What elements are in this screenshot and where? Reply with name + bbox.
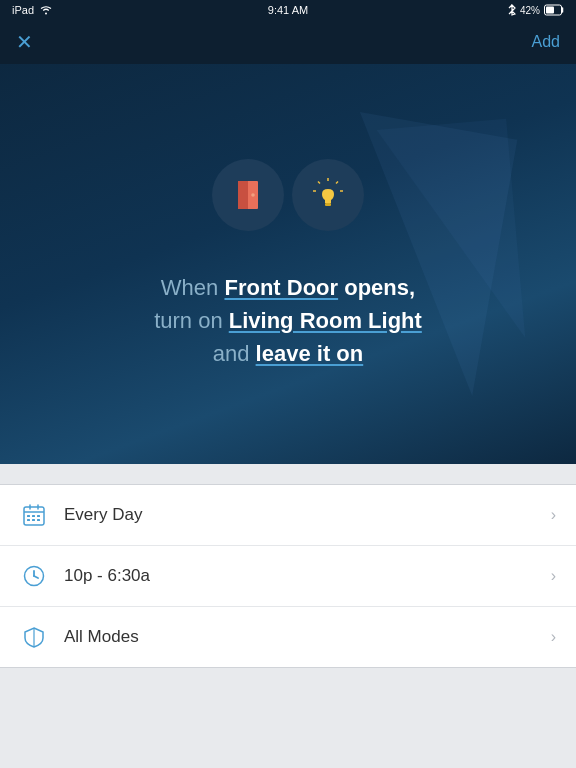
- modes-label: All Modes: [64, 627, 551, 647]
- time-chevron: ›: [551, 567, 556, 585]
- wifi-icon: [39, 5, 53, 15]
- svg-rect-20: [37, 519, 40, 521]
- svg-rect-16: [32, 515, 35, 517]
- svg-rect-19: [32, 519, 35, 521]
- svg-line-6: [336, 181, 338, 183]
- carrier-label: iPad: [12, 4, 34, 16]
- status-left: iPad: [12, 4, 53, 16]
- time-label: 10p - 6:30a: [64, 566, 551, 586]
- schedule-row[interactable]: Every Day ›: [0, 485, 576, 546]
- svg-line-8: [318, 181, 320, 183]
- svg-line-23: [34, 576, 38, 578]
- schedule-label: Every Day: [64, 505, 551, 525]
- hero-section: When Front Door opens, turn on Living Ro…: [0, 64, 576, 464]
- status-time: 9:41 AM: [268, 4, 308, 16]
- door-icon-circle: [212, 159, 284, 231]
- hero-line3-and: and: [213, 341, 256, 366]
- hero-living-room: Living Room Light: [229, 308, 422, 333]
- nav-bar: ✕ Add: [0, 20, 576, 64]
- hero-line2-prefix: turn on: [154, 308, 229, 333]
- settings-list: Every Day › 10p - 6:30a ›: [0, 484, 576, 668]
- calendar-icon: [20, 501, 48, 529]
- status-bar: iPad 9:41 AM 42%: [0, 0, 576, 20]
- lightbulb-icon: [310, 177, 346, 213]
- time-row[interactable]: 10p - 6:30a ›: [0, 546, 576, 607]
- close-button[interactable]: ✕: [16, 30, 33, 54]
- door-icon: [230, 177, 266, 213]
- clock-icon: [20, 562, 48, 590]
- battery-icon: [544, 4, 564, 16]
- svg-rect-15: [27, 515, 30, 517]
- svg-rect-10: [325, 203, 331, 206]
- battery-percent: 42%: [520, 5, 540, 16]
- add-button[interactable]: Add: [532, 33, 560, 51]
- modes-row[interactable]: All Modes ›: [0, 607, 576, 667]
- shield-icon: [20, 623, 48, 651]
- status-right: 42%: [508, 4, 564, 16]
- svg-rect-18: [27, 519, 30, 521]
- device-icons-row: [212, 159, 364, 231]
- schedule-chevron: ›: [551, 506, 556, 524]
- hero-front-door: Front Door: [224, 275, 338, 300]
- svg-rect-3: [238, 181, 248, 209]
- hero-opens: opens,: [338, 275, 415, 300]
- hero-leave-it-on: leave it on: [256, 341, 364, 366]
- svg-rect-1: [546, 7, 554, 14]
- settings-section: Every Day › 10p - 6:30a ›: [0, 464, 576, 688]
- svg-point-4: [251, 193, 255, 197]
- light-icon-circle: [292, 159, 364, 231]
- modes-chevron: ›: [551, 628, 556, 646]
- hero-line1-prefix: When: [161, 275, 225, 300]
- hero-description: When Front Door opens, turn on Living Ro…: [114, 271, 462, 370]
- svg-rect-17: [37, 515, 40, 517]
- bluetooth-icon: [508, 4, 516, 16]
